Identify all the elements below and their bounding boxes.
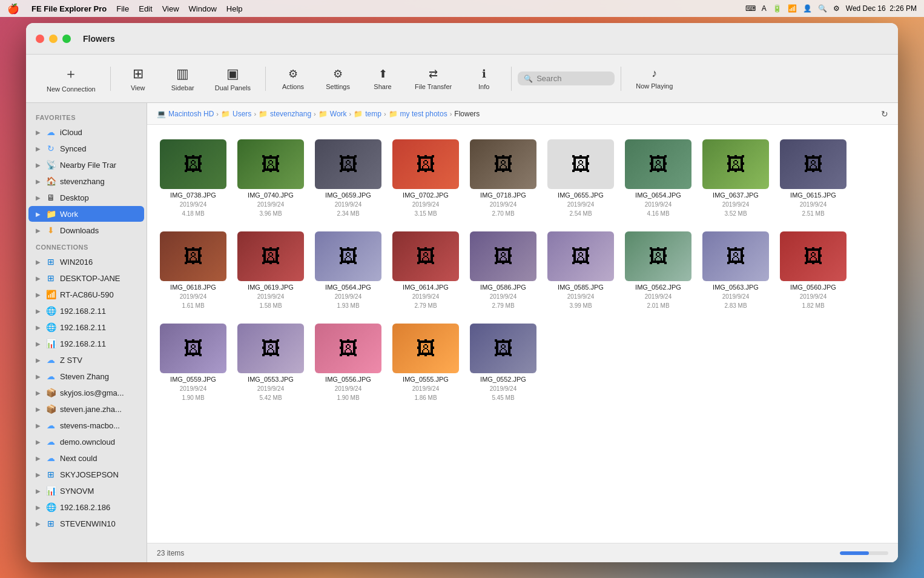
sidebar-item-stevenwin10[interactable]: ▶ ⊞ STEVENWIN10 [28,516,144,531]
bc-work[interactable]: 📁 Work [318,110,347,118]
sidebar-item-icloud[interactable]: ▶ ☁ iCloud [28,124,144,140]
share-button[interactable]: ⬆ Share [361,64,404,94]
sidebar-item-next-could[interactable]: ▶ ☁ Next could [28,450,144,466]
sidebar-item-steven-jane[interactable]: ▶ 📦 steven.jane.zha... [28,401,144,417]
sidebar-item-zstv[interactable]: ▶ ☁ Z STV [28,352,144,368]
file-item[interactable]: 🖼IMG_0552.JPG2019/9/245.45 MB [467,319,540,406]
view-button[interactable]: ⊞ View [117,62,159,95]
menu-window[interactable]: Window [189,4,217,13]
sidebar-item-work[interactable]: ▶ 📁 Work [28,206,144,222]
file-item[interactable]: 🖼IMG_0560.JPG2019/9/241.82 MB [777,227,850,314]
bc-temp[interactable]: 📁 temp [354,110,381,118]
file-thumbnail: 🖼 [315,231,381,281]
file-date: 2019/9/24 [800,201,827,208]
file-item[interactable]: 🖼IMG_0654.JPG2019/9/244.16 MB [622,135,695,222]
sidebar-item-ip1[interactable]: ▶ 🌐 192.168.2.11 [28,303,144,319]
chevron-icon: ▶ [36,340,41,347]
file-item[interactable]: 🖼IMG_0555.JPG2019/9/241.86 MB [389,319,462,406]
sidebar-item-ip3[interactable]: ▶ 📊 192.168.2.11 [28,336,144,351]
sidebar-item-rt-ac86u[interactable]: ▶ 📶 RT-AC86U-590 [28,287,144,302]
file-item[interactable]: 🖼IMG_0740.JPG2019/9/243.96 MB [234,135,307,222]
menu-file[interactable]: File [116,4,129,13]
refresh-button[interactable]: ↻ [881,109,888,119]
file-item[interactable]: 🖼IMG_0659.JPG2019/9/242.34 MB [312,135,384,222]
sidebar-item-steven-zhang[interactable]: ▶ ☁ Steven Zhang [28,368,144,384]
file-item[interactable]: 🖼IMG_0615.JPG2019/9/242.51 MB [777,135,850,222]
sidebar-item-desktop[interactable]: ▶ 🖥 Desktop [28,190,144,205]
actions-icon: ⚙ [288,67,298,81]
menubar-right: ⌨ A 🔋 📶 👤 🔍 ⚙ Wed Dec 16 2:26 PM [745,4,917,13]
search-input[interactable] [536,74,609,83]
sidebar-item-stevenzhang[interactable]: ▶ 🏠 stevenzhang [28,173,144,189]
view-icon: ⊞ [133,66,144,82]
sidebar-item-label: RT-AC86U-590 [60,290,114,299]
sidebar-item-ip2[interactable]: ▶ 🌐 192.168.2.11 [28,319,144,335]
menubar-datetime: Wed Dec 16 2:26 PM [846,4,917,13]
new-connection-button[interactable]: ＋ New Connection [38,61,104,96]
close-button[interactable] [36,35,44,43]
chevron-icon: ▶ [36,227,41,234]
sidebar-item-ip4[interactable]: ▶ 🌐 192.168.2.186 [28,499,144,515]
sidebar-item-label: SKYJOSEPSON [60,470,119,479]
bc-users[interactable]: 📁 Users [221,110,251,118]
sidebar-item-demo-owncloud[interactable]: ▶ ☁ demo.owncloud [28,434,144,450]
file-item[interactable]: 🖼IMG_0619.JPG2019/9/241.58 MB [234,227,307,314]
file-item[interactable]: 🖼IMG_0556.JPG2019/9/241.90 MB [312,319,384,406]
sidebar-item-nearby[interactable]: ▶ 📡 Nearby File Trar [28,157,144,173]
globe-icon: 🌐 [45,502,56,512]
sidebar-item-synced[interactable]: ▶ ↻ Synced [28,141,144,156]
file-item[interactable]: 🖼IMG_0702.JPG2019/9/243.15 MB [389,135,462,222]
now-playing-button[interactable]: ♪ Now Playing [627,64,681,93]
sidebar-item-skyjos[interactable]: ▶ 📦 skyjos.ios@gma... [28,385,144,400]
file-name: IMG_0562.JPG [635,284,681,291]
maximize-button[interactable] [62,35,71,43]
sidebar-item-win2016[interactable]: ▶ ⊞ WIN2016 [28,254,144,270]
menu-edit[interactable]: Edit [139,4,152,13]
file-item[interactable]: 🖼IMG_0738.JPG2019/9/244.18 MB [157,135,229,222]
file-item[interactable]: 🖼IMG_0718.JPG2019/9/242.70 MB [467,135,540,222]
file-item[interactable]: 🖼IMG_0553.JPG2019/9/245.42 MB [234,319,307,406]
file-item[interactable]: 🖼IMG_0614.JPG2019/9/242.79 MB [389,227,462,314]
file-name: IMG_0655.JPG [558,191,604,199]
file-size: 3.15 MB [414,210,437,217]
file-item[interactable]: 🖼IMG_0637.JPG2019/9/243.52 MB [699,135,772,222]
sidebar-item-synovm[interactable]: ▶ 📊 SYNOVM [28,483,144,499]
file-item[interactable]: 🖼IMG_0559.JPG2019/9/241.90 MB [157,319,229,406]
file-item[interactable]: 🖼IMG_0585.JPG2019/9/243.99 MB [544,227,617,314]
actions-button[interactable]: ⚙ Actions [272,64,314,94]
file-name: IMG_0615.JPG [790,191,836,199]
file-item[interactable]: 🖼IMG_0618.JPG2019/9/241.61 MB [157,227,229,314]
toolbar-sep-3 [511,67,512,91]
bc-my-test-photos[interactable]: 📁 my test photos [389,110,447,118]
dual-panels-button[interactable]: ▣ Dual Panels [206,62,259,95]
menubar-settings-icon[interactable]: ⚙ [833,4,840,13]
minimize-button[interactable] [49,35,58,43]
chevron-icon: ▶ [36,504,41,511]
sidebar-item-stevens-macbo[interactable]: ▶ ☁ stevens-macbo... [28,417,144,433]
sidebar-icon: ▥ [176,66,189,82]
settings-button[interactable]: ⚙ Settings [317,64,359,94]
info-button[interactable]: ℹ Info [463,64,505,94]
bc-macintosh-hd[interactable]: 💻 Macintosh HD [157,110,214,118]
nas-icon: 📊 [45,486,56,496]
search-bar[interactable]: 🔍 [518,71,615,85]
menu-view[interactable]: View [162,4,179,13]
sidebar-item-downloads[interactable]: ▶ ⬇ Downloads [28,222,144,238]
file-transfer-button[interactable]: ⇄ File Transfer [406,64,460,94]
apple-menu[interactable]: 🍎 [7,3,19,15]
menu-help[interactable]: Help [226,4,243,13]
file-item[interactable]: 🖼IMG_0563.JPG2019/9/242.83 MB [699,227,772,314]
chevron-icon: ▶ [36,406,41,413]
file-item[interactable]: 🖼IMG_0564.JPG2019/9/241.93 MB [312,227,384,314]
file-item[interactable]: 🖼IMG_0586.JPG2019/9/242.79 MB [467,227,540,314]
app-name[interactable]: FE File Explorer Pro [31,4,107,13]
file-date: 2019/9/24 [412,385,440,392]
sidebar-button[interactable]: ▥ Sidebar [162,62,204,95]
bc-stevenzhang-label: stevenzhang [270,110,311,118]
file-item[interactable]: 🖼IMG_0562.JPG2019/9/242.01 MB [622,227,695,314]
sidebar-item-skyjosepson[interactable]: ▶ ⊞ SKYJOSEPSON [28,467,144,482]
bc-stevenzhang[interactable]: 📁 stevenzhang [259,110,311,118]
menubar-search-icon[interactable]: 🔍 [818,4,827,13]
sidebar-item-desktop-jane[interactable]: ▶ ⊞ DESKTOP-JANE [28,270,144,286]
file-item[interactable]: 🖼IMG_0655.JPG2019/9/242.54 MB [544,135,617,222]
